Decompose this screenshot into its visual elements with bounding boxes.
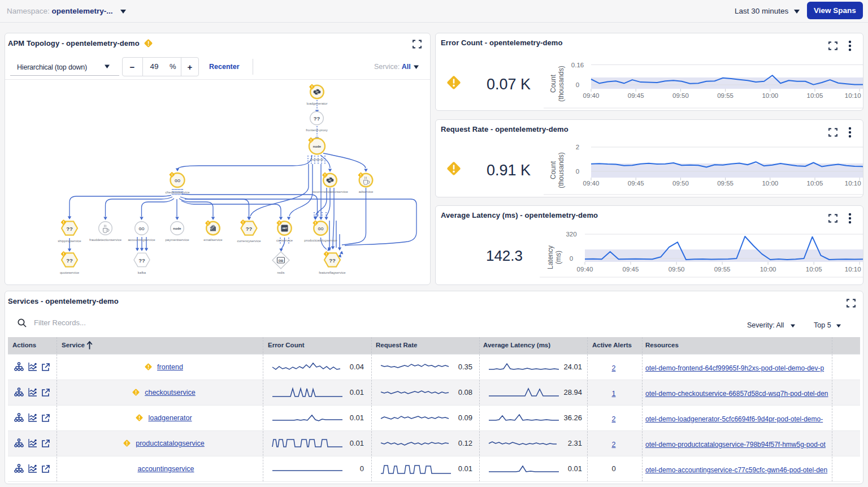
svg-text:checkoutservice: checkoutservice <box>165 191 190 194</box>
svg-text:10:00: 10:00 <box>762 180 778 187</box>
svg-text:0: 0 <box>570 255 573 262</box>
svg-text:featureflagservice: featureflagservice <box>319 271 346 274</box>
svg-text:10:10: 10:10 <box>845 180 861 187</box>
svg-text:??: ?? <box>329 257 336 264</box>
svg-text:Count: Count <box>549 161 557 179</box>
svg-text:.NET: .NET <box>282 227 288 230</box>
svg-text:10:10: 10:10 <box>845 92 861 99</box>
svg-text:??: ?? <box>246 226 253 232</box>
svg-text:09:40: 09:40 <box>583 180 600 187</box>
svg-text:Latency: Latency <box>546 245 554 269</box>
svg-text:currencyservice: currencyservice <box>237 239 261 243</box>
svg-text:09:45: 09:45 <box>628 180 644 187</box>
svg-text:accountingservice: accountingservice <box>128 238 155 242</box>
svg-text:adservice: adservice <box>359 190 374 193</box>
svg-text:recommendationservice: recommendationservice <box>312 190 348 193</box>
svg-text:0: 0 <box>576 168 579 175</box>
svg-text:??: ?? <box>314 115 320 122</box>
svg-text:(ms): (ms) <box>554 251 562 264</box>
svg-text:10:00: 10:00 <box>760 266 776 273</box>
svg-text:shippingservice: shippingservice <box>58 239 81 243</box>
svg-text:frontend-proxy: frontend-proxy <box>306 128 328 132</box>
svg-text:GO: GO <box>318 227 323 231</box>
svg-text:320: 320 <box>566 231 576 238</box>
svg-text:emailservice: emailservice <box>203 238 223 242</box>
svg-text:??: ?? <box>66 226 73 232</box>
svg-text:2: 2 <box>576 144 579 150</box>
svg-text:??: ?? <box>66 257 73 264</box>
svg-text:DB: DB <box>279 259 284 262</box>
svg-text:Count: Count <box>549 74 557 93</box>
svg-text:10:05: 10:05 <box>807 180 823 187</box>
svg-text:(thousands): (thousands) <box>557 152 565 188</box>
svg-text:0.16: 0.16 <box>571 62 584 68</box>
svg-text:09:55: 09:55 <box>717 92 734 99</box>
svg-text:loadgenerator: loadgenerator <box>306 102 327 105</box>
svg-text:09:50: 09:50 <box>669 266 685 273</box>
svg-text:09:45: 09:45 <box>628 92 644 99</box>
svg-text:redis: redis <box>277 271 284 274</box>
svg-text:09:45: 09:45 <box>623 266 639 273</box>
svg-text:10:10: 10:10 <box>845 266 861 273</box>
svg-text:09:55: 09:55 <box>714 266 731 273</box>
svg-text:??: ?? <box>138 257 145 264</box>
svg-text:frauddetectionservice: frauddetectionservice <box>89 238 122 242</box>
svg-text:kafka: kafka <box>138 271 146 274</box>
svg-text:productcatalogservice: productcatalogservice <box>304 239 337 242</box>
svg-text:09:50: 09:50 <box>672 180 689 187</box>
svg-text:09:40: 09:40 <box>577 266 593 273</box>
svg-text:09:40: 09:40 <box>583 92 600 99</box>
svg-text:quoteservice: quoteservice <box>60 271 80 274</box>
svg-text:10:00: 10:00 <box>762 92 778 99</box>
svg-text:node: node <box>313 145 322 149</box>
svg-text:node: node <box>173 227 181 231</box>
svg-text:frontend: frontend <box>311 158 323 161</box>
svg-text:GO: GO <box>138 227 144 231</box>
svg-text:cartservice: cartservice <box>276 239 293 242</box>
svg-text:09:50: 09:50 <box>672 92 689 99</box>
svg-text:0: 0 <box>576 81 579 88</box>
svg-text:10:05: 10:05 <box>806 266 822 273</box>
svg-text:10:05: 10:05 <box>807 92 823 99</box>
svg-text:(thousands): (thousands) <box>557 66 565 101</box>
svg-text:GO: GO <box>175 179 180 183</box>
svg-text:paymentservice: paymentservice <box>165 238 189 242</box>
svg-text:09:55: 09:55 <box>717 180 734 187</box>
